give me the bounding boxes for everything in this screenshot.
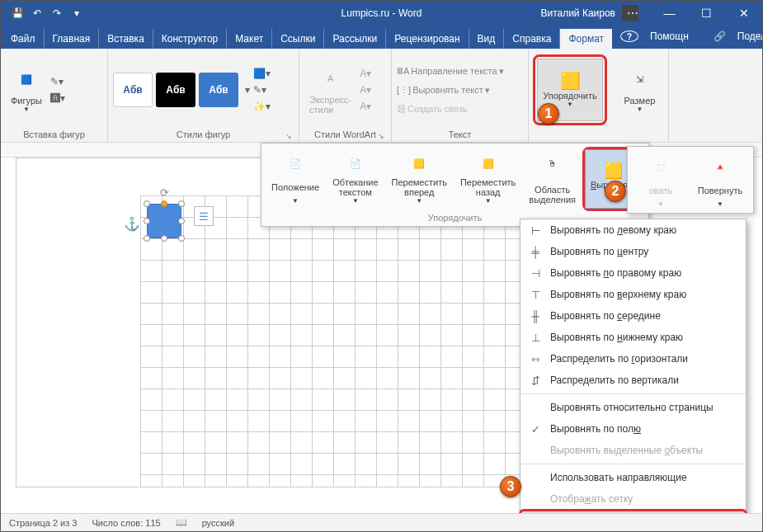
- align-to-margin-item[interactable]: ✓Выровнять по полю: [520, 418, 746, 440]
- selected-shape[interactable]: ⟳: [147, 204, 181, 238]
- size-button[interactable]: ⇲ Размер▼: [619, 57, 661, 123]
- align-top-item[interactable]: ⊤Выровнять по верхнему краю: [520, 284, 746, 305]
- align-right-item[interactable]: ⊣Выровнять по правому краю: [520, 262, 746, 284]
- quick-access-toolbar: 💾 ↶ ↷ ▾: [7, 3, 87, 23]
- group-shape-styles: Стили фигур↘: [113, 127, 294, 142]
- align-right-icon: ⊣: [529, 267, 542, 280]
- align-selected-item: Выровнять выделенные объекты: [520, 440, 746, 461]
- textbox-icon[interactable]: 🅰▾: [50, 92, 65, 104]
- ribbon-options-icon[interactable]: ⋯: [614, 1, 651, 26]
- proofing-icon[interactable]: 📖: [176, 517, 187, 528]
- tell-me[interactable]: ?Помощн: [612, 24, 705, 49]
- save-icon[interactable]: 💾: [7, 3, 27, 23]
- align-to-page-item[interactable]: Выровнять относительно страницы: [520, 397, 746, 418]
- separator: [520, 393, 746, 394]
- bring-forward-button[interactable]: 🟨 Переместить вперед▼: [385, 147, 454, 206]
- layout-options-icon: ☰: [199, 210, 209, 223]
- align-text-button[interactable]: [⋮] Выровнять текст ▾: [397, 85, 504, 96]
- gallery-more-icon[interactable]: ▾: [245, 84, 250, 96]
- rotate-handle-icon[interactable]: ⟳: [160, 186, 169, 199]
- tab-home[interactable]: Главная: [45, 29, 100, 49]
- tab-insert[interactable]: Вставка: [99, 29, 153, 49]
- show-grid-item[interactable]: Отображать сетку: [520, 488, 746, 510]
- shapes-button[interactable]: 🟦 Фигуры▼: [6, 57, 47, 123]
- anchor-icon[interactable]: ⚓: [124, 216, 140, 232]
- window-controls: ⋯ — ☐ ✕: [614, 1, 762, 26]
- arrange-icon: 🟨: [560, 71, 581, 91]
- group-wordart-styles: Стили WordArt↘: [304, 127, 386, 142]
- tab-file[interactable]: Файл: [2, 29, 45, 49]
- resize-handle[interactable]: [178, 218, 185, 224]
- page-indicator[interactable]: Страница 2 из 3: [9, 518, 77, 528]
- resize-handle[interactable]: [144, 218, 150, 224]
- align-bottom-icon: ⊥: [529, 332, 542, 344]
- annotation-badge-3: 3: [500, 476, 521, 497]
- wordart-icon: A: [318, 65, 344, 92]
- align-bottom-item[interactable]: ⊥Выровнять по нижнему краю: [520, 327, 746, 348]
- size-icon: ⇲: [627, 66, 653, 92]
- resize-handle[interactable]: [178, 200, 185, 207]
- tab-mailings[interactable]: Рассылки: [324, 29, 386, 49]
- distribute-v-icon: ⇵: [529, 374, 542, 387]
- tab-layout[interactable]: Макет: [227, 29, 272, 49]
- align-icon: 🟨: [605, 162, 623, 180]
- align-left-item[interactable]: ⊢Выровнять по левому краюВыровнять по ле…: [520, 219, 746, 241]
- group-icon: ⬚: [648, 153, 674, 180]
- share-button[interactable]: 🔗 Поделиться: [705, 24, 763, 49]
- annotation-badge-2: 2: [605, 181, 626, 202]
- tab-help[interactable]: Справка: [504, 29, 560, 49]
- resize-handle[interactable]: [144, 200, 150, 207]
- redo-icon[interactable]: ↷: [47, 3, 67, 23]
- send-backward-button[interactable]: 🟨 Переместить назад▼: [454, 147, 522, 206]
- group-text: Текст: [397, 127, 523, 142]
- resize-handle[interactable]: [161, 235, 167, 242]
- style-swatch-1[interactable]: Aбв: [113, 73, 153, 107]
- close-icon[interactable]: ✕: [725, 1, 762, 26]
- distribute-vertical-item[interactable]: ⇵Распределить по вертикали: [520, 370, 746, 391]
- backward-icon: 🟨: [475, 150, 502, 177]
- dialog-launcher-icon[interactable]: ↘: [285, 132, 292, 140]
- rotate-button[interactable]: 🔺 Повернуть▼: [690, 150, 750, 210]
- tab-design[interactable]: Конструктор: [153, 29, 227, 49]
- align-middle-item[interactable]: ╫Выровнять по середине: [520, 305, 746, 327]
- distribute-horizontal-item[interactable]: ⇿Распределить по горизонтали: [520, 348, 746, 370]
- word-count[interactable]: Число слов: 115: [92, 518, 160, 528]
- style-swatch-2[interactable]: Aбв: [156, 73, 195, 107]
- align-center-item[interactable]: ╪Выровнять по центру: [520, 241, 746, 262]
- tab-references[interactable]: Ссылки: [272, 29, 324, 49]
- maximize-icon[interactable]: ☐: [688, 1, 725, 26]
- shapes-icon: 🟦: [13, 66, 40, 92]
- edit-shape-icon[interactable]: ✎▾: [50, 76, 65, 87]
- shape-effects-icon[interactable]: ✨▾: [253, 101, 271, 112]
- group-insert-shapes: Вставка фигур: [6, 127, 102, 142]
- wrap-text-button[interactable]: 📄 Обтекание текстом▼: [326, 147, 384, 206]
- language-indicator[interactable]: русский: [202, 518, 234, 528]
- align-left-icon: ⊢: [529, 224, 542, 237]
- statusbar: Страница 2 из 3 Число слов: 115 📖 русски…: [1, 513, 762, 531]
- minimize-icon[interactable]: —: [651, 1, 688, 26]
- shape-outline-icon[interactable]: ✎▾: [253, 84, 271, 96]
- use-guides-item[interactable]: Использовать направляющие: [520, 467, 746, 488]
- text-fill-icon: A▾: [360, 68, 371, 79]
- tab-format[interactable]: Формат: [560, 29, 612, 49]
- resize-handle[interactable]: [144, 235, 150, 242]
- group-button: ⬚ овать▼: [631, 150, 690, 210]
- qa-dropdown-icon[interactable]: ▾: [67, 3, 87, 23]
- style-swatch-3[interactable]: Aбв: [199, 73, 238, 107]
- position-button[interactable]: 📄 Положение▼: [265, 147, 326, 206]
- user-name: Виталий Каиров: [540, 7, 615, 19]
- layout-options-button[interactable]: ☰: [194, 206, 214, 226]
- undo-icon[interactable]: ↶: [27, 3, 47, 23]
- separator: [520, 464, 746, 464]
- text-direction-button[interactable]: ⅢA Направление текста ▾: [397, 66, 504, 77]
- tab-view[interactable]: Вид: [469, 29, 505, 49]
- tab-review[interactable]: Рецензирован: [386, 29, 469, 49]
- resize-handle[interactable]: [178, 235, 185, 242]
- check-icon: ✓: [529, 423, 542, 435]
- selection-pane-button[interactable]: 🖱 Область выделения: [522, 147, 582, 206]
- shape-adjust-handle[interactable]: [161, 200, 167, 207]
- shape-fill-icon[interactable]: 🟦▾: [253, 68, 271, 79]
- dialog-launcher-icon[interactable]: ↘: [378, 132, 384, 140]
- create-link-button: ⛓ Создать связь: [397, 104, 504, 114]
- text-effects-icon: A▾: [360, 101, 371, 112]
